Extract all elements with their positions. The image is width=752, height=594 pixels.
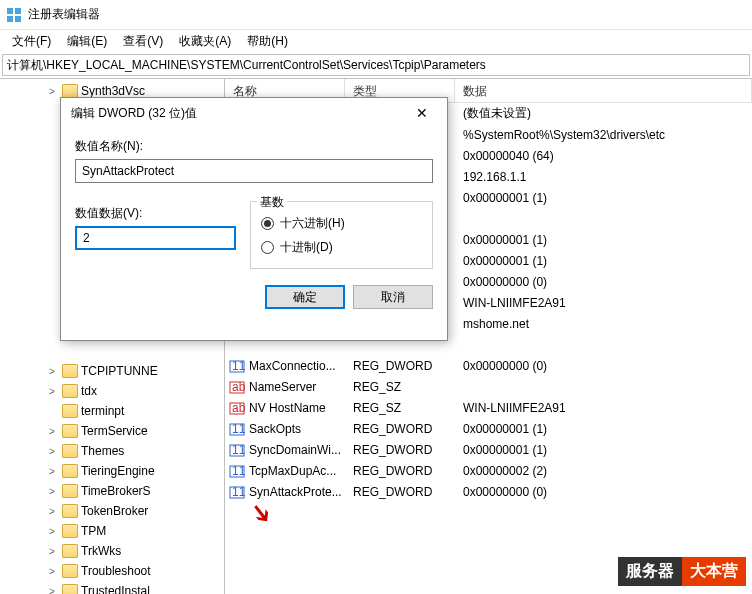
dword-value-icon: 110 [229, 358, 245, 374]
value-row[interactable]: 110SackOptsREG_DWORD0x00000001 (1) [225, 418, 752, 439]
tree-item[interactable]: >TimeBrokerS [0, 481, 224, 501]
folder-icon [62, 464, 78, 478]
tree-item[interactable]: >Troubleshoot [0, 561, 224, 581]
svg-text:110: 110 [232, 485, 245, 499]
menu-file[interactable]: 文件(F) [4, 31, 59, 52]
value-row[interactable]: abNV HostNameREG_SZWIN-LNIIMFE2A91 [225, 397, 752, 418]
folder-icon [62, 404, 78, 418]
tree-item[interactable]: >TCPIPTUNNE [0, 361, 224, 381]
address-bar[interactable]: 计算机\HKEY_LOCAL_MACHINE\SYSTEM\CurrentCon… [2, 54, 750, 76]
tree-item[interactable]: >TPM [0, 521, 224, 541]
data-label: 数值数据(V): [75, 205, 236, 222]
close-icon[interactable]: ✕ [407, 99, 437, 127]
svg-text:110: 110 [232, 359, 245, 373]
dialog-body: 数值名称(N): 数值数据(V): 基数 十六进制(H) 十进制(D) [61, 128, 447, 275]
tree-item[interactable]: >TieringEngine [0, 461, 224, 481]
folder-icon [62, 504, 78, 518]
radio-dec[interactable]: 十进制(D) [261, 236, 422, 258]
folder-icon [62, 524, 78, 538]
svg-rect-2 [7, 16, 13, 22]
svg-rect-3 [15, 16, 21, 22]
value-row[interactable]: 110SyncDomainWi...REG_DWORD0x00000001 (1… [225, 439, 752, 460]
svg-rect-1 [15, 8, 21, 14]
edit-dword-dialog: 编辑 DWORD (32 位)值 ✕ 数值名称(N): 数值数据(V): 基数 … [60, 97, 448, 341]
menu-edit[interactable]: 编辑(E) [59, 31, 115, 52]
watermark-a: 服务器 [618, 557, 682, 586]
value-row[interactable]: 110SynAttackProte...REG_DWORD0x00000000 … [225, 481, 752, 502]
svg-text:110: 110 [232, 443, 245, 457]
folder-icon [62, 364, 78, 378]
cancel-button[interactable]: 取消 [353, 285, 433, 309]
tree-item[interactable]: >TokenBroker [0, 501, 224, 521]
menu-fav[interactable]: 收藏夹(A) [171, 31, 239, 52]
dialog-titlebar[interactable]: 编辑 DWORD (32 位)值 ✕ [61, 98, 447, 128]
dword-value-icon: 110 [229, 442, 245, 458]
value-row[interactable]: 110MaxConnectio...REG_DWORD0x00000000 (0… [225, 355, 752, 376]
folder-icon [62, 384, 78, 398]
radio-hex[interactable]: 十六进制(H) [261, 212, 422, 234]
folder-icon [62, 84, 78, 98]
radio-hex-label: 十六进制(H) [280, 215, 345, 232]
ok-button[interactable]: 确定 [265, 285, 345, 309]
tree-item[interactable]: >tdx [0, 381, 224, 401]
name-input[interactable] [75, 159, 433, 183]
menu-view[interactable]: 查看(V) [115, 31, 171, 52]
string-value-icon: ab [229, 400, 245, 416]
dword-value-icon: 110 [229, 421, 245, 437]
dialog-buttons: 确定 取消 [61, 275, 447, 319]
svg-text:ab: ab [232, 380, 245, 394]
svg-text:110: 110 [232, 464, 245, 478]
radio-dec-icon [261, 241, 274, 254]
value-row[interactable]: 110TcpMaxDupAc...REG_DWORD0x00000002 (2) [225, 460, 752, 481]
app-title: 注册表编辑器 [28, 6, 100, 23]
folder-icon [62, 484, 78, 498]
data-input[interactable] [75, 226, 236, 250]
name-label: 数值名称(N): [75, 138, 433, 155]
watermark-b: 大本营 [682, 557, 746, 586]
radio-dec-label: 十进制(D) [280, 239, 333, 256]
dialog-title: 编辑 DWORD (32 位)值 [71, 105, 197, 122]
value-row[interactable]: abNameServerREG_SZ [225, 376, 752, 397]
svg-text:ab: ab [232, 401, 245, 415]
folder-icon [62, 544, 78, 558]
regedit-icon [6, 7, 22, 23]
folder-icon [62, 564, 78, 578]
dword-value-icon: 110 [229, 484, 245, 500]
menu-help[interactable]: 帮助(H) [239, 31, 296, 52]
base-group: 基数 十六进制(H) 十进制(D) [250, 201, 433, 269]
radio-hex-icon [261, 217, 274, 230]
folder-icon [62, 444, 78, 458]
string-value-icon: ab [229, 379, 245, 395]
tree-item[interactable]: >TermService [0, 421, 224, 441]
address-path: 计算机\HKEY_LOCAL_MACHINE\SYSTEM\CurrentCon… [7, 57, 486, 74]
base-label: 基数 [257, 194, 287, 211]
tree-item[interactable]: >TrustedInstal [0, 581, 224, 594]
folder-icon [62, 424, 78, 438]
col-data[interactable]: 数据 [455, 79, 752, 102]
dword-value-icon: 110 [229, 463, 245, 479]
titlebar: 注册表编辑器 [0, 0, 752, 30]
folder-icon [62, 584, 78, 594]
svg-rect-0 [7, 8, 13, 14]
tree-item[interactable]: terminpt [0, 401, 224, 421]
tree-item[interactable]: >Themes [0, 441, 224, 461]
tree-item[interactable]: >TrkWks [0, 541, 224, 561]
menubar: 文件(F) 编辑(E) 查看(V) 收藏夹(A) 帮助(H) [0, 30, 752, 52]
watermark: 服务器 大本营 [618, 557, 746, 586]
svg-text:110: 110 [232, 422, 245, 436]
